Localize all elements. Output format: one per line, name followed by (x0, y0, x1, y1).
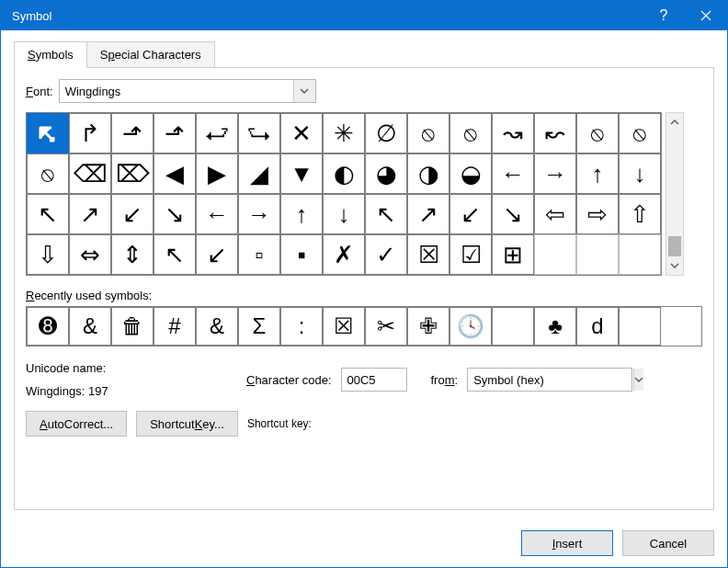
from-label: from: (431, 373, 459, 387)
symbol-cell[interactable]: → (534, 153, 576, 194)
symbol-cell[interactable]: ✓ (365, 234, 407, 275)
symbol-cell[interactable]: ⇕ (111, 234, 154, 275)
symbol-cell[interactable] (619, 234, 661, 275)
dialog-body: Symbols Special Characters Font: (1, 30, 727, 521)
symbol-grid: ↱⬏⬏⮐⮑✕✳∅⍉⍉↝↜⍉⍉⍉⌫⌦◀▶◢▼◐◕◑◒←→↑↓↖↗↙↘←→↑↓↖↗↙… (26, 112, 662, 276)
recent-symbol-cell[interactable]: ☒ (323, 307, 365, 346)
recent-symbol-cell[interactable]: Σ (238, 307, 280, 346)
symbol-cell[interactable]: ▫ (238, 234, 280, 275)
recent-symbol-cell[interactable]: & (69, 307, 111, 346)
scroll-down-button[interactable] (666, 256, 683, 275)
font-dropdown-button[interactable] (293, 80, 315, 102)
symbol-cell[interactable]: ↝ (492, 113, 534, 153)
symbol-cell[interactable]: ⍉ (407, 113, 449, 153)
symbol-cell[interactable]: ☑ (449, 234, 492, 275)
symbol-cell[interactable]: ◑ (407, 153, 449, 194)
symbol-cell[interactable]: ∅ (365, 113, 407, 153)
symbol-cell[interactable]: ☒ (407, 234, 449, 275)
symbol-cell[interactable]: ↙ (449, 194, 492, 234)
symbol-cell[interactable]: ↙ (111, 194, 154, 234)
scroll-thumb[interactable] (668, 236, 681, 256)
symbol-cell[interactable]: ◒ (449, 153, 492, 194)
symbol-cell[interactable]: ⍉ (449, 113, 492, 153)
symbol-cell[interactable]: ⇩ (27, 234, 69, 275)
symbol-cell[interactable]: ◀ (154, 153, 196, 194)
symbol-cell[interactable]: ↖ (27, 194, 69, 234)
recent-symbol-cell[interactable]: ♣ (534, 307, 576, 346)
from-combo[interactable] (467, 368, 632, 392)
grid-scrollbar[interactable] (665, 112, 684, 276)
recent-symbol-cell[interactable] (619, 307, 661, 346)
symbol-cell[interactable]: ↗ (407, 194, 449, 234)
symbol-cell[interactable]: ◐ (323, 153, 365, 194)
symbol-cell[interactable]: ◢ (238, 153, 280, 194)
symbol-cell[interactable]: ↑ (576, 153, 619, 194)
symbol-cell[interactable]: ↱ (69, 113, 111, 153)
close-button[interactable] (685, 1, 727, 30)
insert-button[interactable]: Insert (521, 530, 613, 556)
scroll-track[interactable] (666, 131, 683, 256)
recent-symbol-cell[interactable]: d (576, 307, 619, 346)
symbol-cell[interactable]: ⊞ (492, 234, 534, 275)
symbol-cell[interactable]: ↘ (154, 194, 196, 234)
symbol-cell[interactable]: ▶ (196, 153, 238, 194)
recent-symbol-cell[interactable]: ➑ (27, 307, 69, 346)
recent-symbol-cell[interactable]: : (280, 307, 323, 346)
tab-special-characters[interactable]: Special Characters (86, 41, 215, 68)
char-code-input[interactable] (341, 368, 407, 392)
symbol-cell[interactable]: ⇨ (576, 194, 619, 234)
tab-symbols[interactable]: Symbols (14, 41, 87, 68)
symbol-cell[interactable]: ⍉ (619, 113, 661, 153)
symbol-cell[interactable]: ↖ (365, 194, 407, 234)
symbol-cell[interactable]: ← (196, 194, 238, 234)
symbol-cell[interactable]: ▼ (280, 153, 323, 194)
symbol-cell[interactable]: ⮐ (196, 113, 238, 153)
symbol-cell[interactable]: ⇧ (619, 194, 661, 234)
symbol-cell[interactable]: ◕ (365, 153, 407, 194)
recent-symbol-cell[interactable]: 🕓 (449, 307, 492, 346)
font-input[interactable] (60, 80, 293, 102)
shortcut-key-button[interactable]: Shortcut Key... (136, 411, 238, 437)
recent-symbol-cell[interactable] (492, 307, 534, 346)
recent-symbol-cell[interactable]: ✙ (407, 307, 449, 346)
symbol-cell[interactable]: ↙ (196, 234, 238, 275)
help-button[interactable]: ? (643, 1, 685, 30)
symbol-cell[interactable] (27, 113, 69, 153)
symbol-cell[interactable]: ⮑ (238, 113, 280, 153)
recent-symbol-cell[interactable]: # (154, 307, 196, 346)
symbol-cell[interactable]: ↓ (619, 153, 661, 194)
scroll-up-button[interactable] (666, 113, 683, 131)
symbol-cell[interactable]: ↓ (323, 194, 365, 234)
symbol-cell[interactable] (576, 234, 619, 275)
symbol-cell[interactable]: ↘ (492, 194, 534, 234)
symbol-cell[interactable]: ✳ (323, 113, 365, 153)
symbol-cell[interactable]: ▪ (280, 234, 323, 275)
recent-symbol-cell[interactable]: ✂ (365, 307, 407, 346)
autocorrect-button[interactable]: AutoCorrect... (26, 411, 127, 437)
recent-symbol-cell[interactable]: & (196, 307, 238, 346)
symbol-cell[interactable] (534, 234, 576, 275)
symbol-cell[interactable]: → (238, 194, 280, 234)
from-input[interactable] (468, 369, 633, 391)
symbol-cell[interactable]: ↑ (280, 194, 323, 234)
window-title: Symbol (12, 9, 643, 23)
symbol-cell[interactable]: ⍉ (27, 153, 69, 194)
symbol-cell[interactable]: ✗ (323, 234, 365, 275)
symbol-cell[interactable]: ↖ (154, 234, 196, 275)
from-dropdown-button[interactable] (633, 369, 643, 391)
symbol-cell[interactable]: ⬏ (111, 113, 154, 153)
symbol-cell[interactable]: ✕ (280, 113, 323, 153)
font-combo[interactable] (59, 79, 316, 103)
symbol-cell[interactable]: ← (492, 153, 534, 194)
symbol-cell[interactable]: ↗ (69, 194, 111, 234)
symbol-cell[interactable]: ⌫ (69, 153, 111, 194)
symbol-cell[interactable]: ↜ (534, 113, 576, 153)
recent-symbol-cell[interactable]: 🗑 (111, 307, 154, 346)
symbol-cell[interactable]: ⇦ (534, 194, 576, 234)
symbol-cell[interactable]: ⌦ (111, 153, 154, 194)
symbol-cell[interactable]: ⇔ (69, 234, 111, 275)
cancel-button[interactable]: Cancel (622, 530, 714, 556)
font-label: Font: (26, 85, 53, 98)
symbol-cell[interactable]: ⬏ (154, 113, 196, 153)
symbol-cell[interactable]: ⍉ (576, 113, 619, 153)
